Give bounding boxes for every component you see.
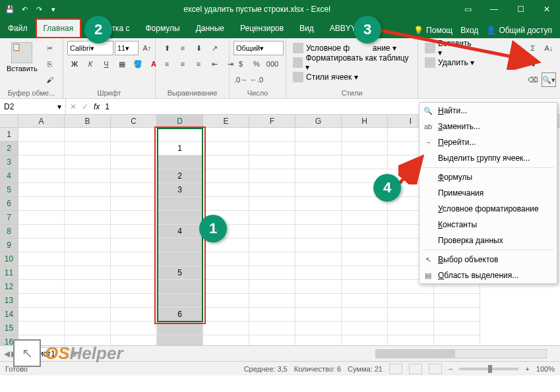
col-header-C[interactable]: C xyxy=(111,115,157,127)
cell[interactable] xyxy=(65,322,111,335)
cell[interactable] xyxy=(342,308,388,322)
cell[interactable] xyxy=(249,142,296,155)
cell[interactable]: 6 xyxy=(157,308,203,322)
zoom-level[interactable]: 100% xyxy=(536,365,555,373)
cell[interactable] xyxy=(296,197,342,211)
border-icon[interactable]: ▦ xyxy=(115,57,129,71)
cell[interactable] xyxy=(342,142,388,155)
menu-constants[interactable]: Константы xyxy=(420,217,557,233)
col-header-D[interactable]: D xyxy=(157,115,203,127)
underline-button[interactable]: Ч xyxy=(99,57,113,71)
cell[interactable] xyxy=(111,252,157,266)
cell[interactable]: 2 xyxy=(157,169,203,183)
cell[interactable]: 5 xyxy=(157,266,203,280)
cell[interactable] xyxy=(342,211,388,225)
fill-icon[interactable]: ⬇ xyxy=(526,57,540,71)
cell[interactable] xyxy=(249,335,296,345)
cell[interactable] xyxy=(203,280,249,294)
tab-review[interactable]: Рецензиров xyxy=(232,18,292,38)
cell[interactable] xyxy=(388,308,434,322)
cell[interactable] xyxy=(111,169,157,183)
cell[interactable] xyxy=(18,183,65,197)
row-header[interactable]: 4 xyxy=(0,169,18,183)
inc-decimal-icon[interactable]: .0→ xyxy=(233,72,248,87)
ribbon-options-icon[interactable]: ▭ xyxy=(454,0,481,18)
cell[interactable] xyxy=(111,211,157,225)
cell[interactable] xyxy=(157,155,203,169)
sort-filter-icon[interactable]: A↓ xyxy=(542,41,556,55)
cell[interactable] xyxy=(65,266,111,280)
undo-icon[interactable]: ↶ xyxy=(18,3,30,15)
redo-icon[interactable]: ↷ xyxy=(33,3,45,15)
row-header[interactable]: 10 xyxy=(0,252,18,266)
cell[interactable] xyxy=(342,280,388,294)
comma-icon[interactable]: 000 xyxy=(265,57,280,71)
cell[interactable] xyxy=(249,155,296,169)
cell[interactable] xyxy=(249,280,296,294)
cell[interactable] xyxy=(18,142,65,155)
cell[interactable] xyxy=(157,280,203,294)
cell[interactable] xyxy=(111,225,157,238)
cell[interactable] xyxy=(249,238,296,252)
cell[interactable] xyxy=(342,335,388,345)
font-name-select[interactable]: Calibri ▾ xyxy=(67,41,113,55)
cell[interactable] xyxy=(296,211,342,225)
cell[interactable] xyxy=(111,280,157,294)
cell[interactable] xyxy=(296,308,342,322)
cell[interactable] xyxy=(111,128,157,142)
cell[interactable] xyxy=(203,142,249,155)
save-icon[interactable]: 💾 xyxy=(4,3,16,15)
cell[interactable] xyxy=(296,155,342,169)
col-header-F[interactable]: F xyxy=(249,115,296,127)
cell[interactable]: 4 xyxy=(157,225,203,238)
row-header[interactable]: 1 xyxy=(0,128,18,142)
tab-file[interactable]: Файл xyxy=(0,18,36,38)
cell[interactable] xyxy=(203,308,249,322)
bold-button[interactable]: Ж xyxy=(67,57,82,71)
tab-view[interactable]: Вид xyxy=(292,18,322,38)
cell[interactable] xyxy=(65,169,111,183)
align-center-icon[interactable]: ≡ xyxy=(175,57,190,71)
cell[interactable] xyxy=(203,169,249,183)
cell[interactable] xyxy=(249,322,296,335)
cell[interactable] xyxy=(203,155,249,169)
cell[interactable] xyxy=(388,294,434,308)
cell[interactable] xyxy=(249,225,296,238)
cell[interactable] xyxy=(296,335,342,345)
clear-icon[interactable]: ⌫ xyxy=(526,72,540,87)
select-all-corner[interactable] xyxy=(0,115,18,127)
align-top-icon[interactable]: ⬆ xyxy=(160,41,174,55)
font-size-select[interactable]: 11 ▾ xyxy=(115,41,139,55)
qat-more-icon[interactable]: ▾ xyxy=(47,3,59,15)
copy-icon[interactable]: ⎘ xyxy=(43,57,57,71)
cell[interactable] xyxy=(296,294,342,308)
cell[interactable] xyxy=(65,211,111,225)
cell[interactable]: 3 xyxy=(157,183,203,197)
tab-formulas[interactable]: Формулы xyxy=(137,18,187,38)
row-header[interactable]: 6 xyxy=(0,197,18,211)
cell[interactable] xyxy=(296,322,342,335)
maximize-button[interactable]: ☐ xyxy=(507,0,534,18)
cell[interactable] xyxy=(342,322,388,335)
indent-dec-icon[interactable]: ⇤ xyxy=(207,57,222,71)
menu-goto-special[interactable]: Выделить группу ячеек... xyxy=(420,150,557,166)
italic-button[interactable]: К xyxy=(83,57,98,71)
dec-decimal-icon[interactable]: ←.0 xyxy=(249,72,264,87)
find-select-button[interactable]: 🔍▾ xyxy=(542,72,556,87)
cell[interactable] xyxy=(65,280,111,294)
row-header[interactable]: 11 xyxy=(0,266,18,280)
cell[interactable] xyxy=(157,211,203,225)
cancel-formula-icon[interactable]: ✕ xyxy=(70,102,77,111)
cell[interactable] xyxy=(157,238,203,252)
cell[interactable] xyxy=(18,266,65,280)
cell[interactable]: 1 xyxy=(157,142,203,155)
orientation-icon[interactable]: ↗ xyxy=(207,41,222,55)
view-layout-icon[interactable] xyxy=(409,364,422,374)
cell[interactable] xyxy=(18,211,65,225)
cell[interactable] xyxy=(296,266,342,280)
cell[interactable] xyxy=(296,183,342,197)
cell[interactable] xyxy=(249,169,296,183)
cell[interactable] xyxy=(342,155,388,169)
cell[interactable] xyxy=(249,266,296,280)
tab-home[interactable]: Главная xyxy=(36,18,82,38)
